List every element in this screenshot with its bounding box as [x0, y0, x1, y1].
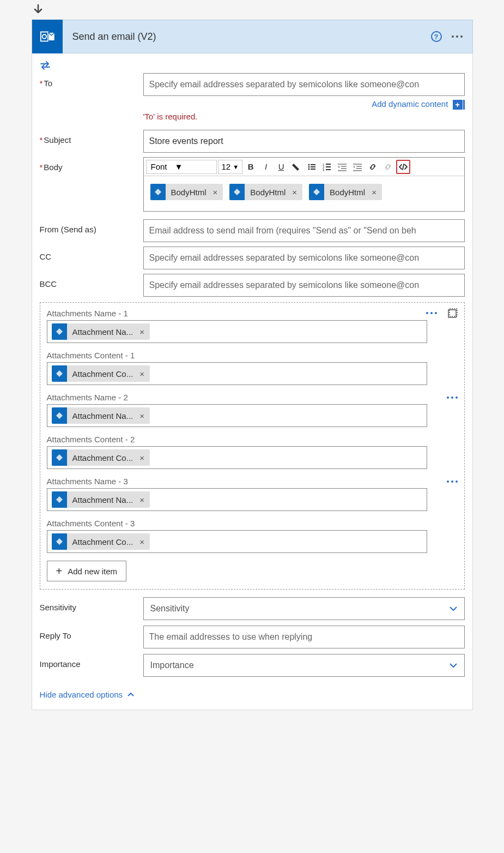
- attachment-pill[interactable]: Attachment Na... ×: [52, 407, 150, 424]
- svg-rect-20: [353, 164, 362, 165]
- cc-label: CC: [40, 247, 143, 261]
- italic-icon[interactable]: I: [259, 160, 273, 174]
- indent-icon[interactable]: [350, 160, 365, 174]
- font-selector[interactable]: Font▼: [146, 160, 217, 174]
- svg-rect-17: [341, 166, 347, 167]
- svg-point-8: [308, 168, 310, 170]
- attachment-item-menu-icon[interactable]: [426, 312, 437, 314]
- attachment-item-menu-icon[interactable]: [447, 480, 458, 483]
- svg-rect-5: [311, 164, 315, 165]
- add-new-item-button[interactable]: + Add new item: [47, 561, 127, 581]
- font-size-selector[interactable]: 12▼: [218, 160, 243, 174]
- attachment-name-input[interactable]: Attachment Na... ×: [47, 404, 427, 427]
- remove-pill-icon[interactable]: ×: [137, 495, 150, 504]
- svg-point-6: [308, 166, 310, 167]
- attachment-content-label: Attachments Content - 2: [47, 435, 458, 444]
- from-label: From (Send as): [40, 219, 143, 234]
- body-label: *Body: [40, 157, 143, 172]
- svg-rect-9: [311, 169, 315, 170]
- from-input[interactable]: [143, 219, 465, 242]
- attachment-name-label: Attachments Name - 1: [47, 309, 128, 318]
- remove-pill-icon[interactable]: ×: [290, 188, 302, 197]
- attachment-content-label: Attachments Content - 1: [47, 351, 458, 360]
- flow-arrow-down-icon: [32, 0, 473, 20]
- importance-label: Importance: [40, 654, 143, 669]
- unlink-icon: [381, 160, 395, 174]
- bcc-label: BCC: [40, 274, 143, 289]
- attachments-section: Attachments Name - 1 Attachment Na... × …: [40, 302, 465, 590]
- outlook-icon: [32, 20, 63, 53]
- action-header[interactable]: Send an email (V2) ?: [32, 20, 473, 53]
- attachment-pill[interactable]: Attachment Na... ×: [52, 491, 150, 508]
- svg-rect-13: [326, 166, 331, 167]
- dynamic-pill-icon: [52, 323, 67, 340]
- remove-pill-icon[interactable]: ×: [369, 188, 382, 197]
- svg-text:3: 3: [323, 169, 325, 171]
- remove-pill-icon[interactable]: ×: [137, 453, 150, 462]
- bullet-list-icon[interactable]: [305, 160, 319, 174]
- svg-rect-11: [326, 164, 331, 165]
- body-pill[interactable]: BodyHtml ×: [150, 184, 223, 200]
- svg-rect-18: [341, 168, 347, 169]
- numbered-list-icon[interactable]: 123: [320, 160, 334, 174]
- subject-label: *Subject: [40, 130, 143, 145]
- chevron-up-icon: [127, 692, 135, 697]
- cc-input[interactable]: [143, 247, 465, 269]
- attachment-content-input[interactable]: Attachment Co... ×: [47, 446, 427, 469]
- attachment-name-label: Attachments Name - 3: [47, 477, 128, 486]
- bcc-input[interactable]: [143, 274, 465, 297]
- svg-rect-23: [353, 170, 362, 171]
- svg-rect-19: [338, 170, 347, 171]
- remove-pill-icon[interactable]: ×: [137, 411, 150, 421]
- importance-select[interactable]: Importance: [143, 654, 465, 677]
- code-view-icon[interactable]: [396, 160, 410, 174]
- replyto-input[interactable]: [143, 626, 465, 648]
- more-menu-icon[interactable]: [452, 35, 463, 38]
- attachment-pill[interactable]: Attachment Co... ×: [52, 533, 150, 550]
- svg-rect-21: [356, 166, 362, 167]
- body-pill[interactable]: BodyHtml ×: [309, 184, 382, 200]
- dynamic-pill-icon: [52, 407, 67, 424]
- body-pill[interactable]: BodyHtml ×: [229, 184, 302, 200]
- remove-pill-icon[interactable]: ×: [137, 369, 150, 379]
- chevron-down-icon: [449, 663, 458, 668]
- to-input[interactable]: [143, 73, 465, 96]
- action-title: Send an email (V2): [63, 31, 431, 43]
- chevron-down-icon: [449, 606, 458, 611]
- attachment-name-input[interactable]: Attachment Na... ×: [47, 488, 427, 511]
- underline-icon[interactable]: U: [274, 160, 288, 174]
- attachment-pill[interactable]: Attachment Na... ×: [52, 323, 150, 340]
- add-dynamic-content-link[interactable]: Add dynamic content: [372, 99, 448, 109]
- sensitivity-select[interactable]: Sensitivity: [143, 597, 465, 620]
- attachment-item-menu-icon[interactable]: [447, 397, 458, 399]
- body-editor[interactable]: Font▼ 12▼ B I U 123: [143, 157, 465, 212]
- remove-pill-icon[interactable]: ×: [137, 537, 150, 546]
- remove-pill-icon[interactable]: ×: [211, 188, 223, 197]
- attachment-name-label: Attachments Name - 2: [47, 393, 128, 402]
- attachment-pill[interactable]: Attachment Co... ×: [52, 365, 150, 382]
- svg-rect-22: [356, 168, 362, 169]
- link-icon[interactable]: [366, 160, 380, 174]
- remove-pill-icon[interactable]: ×: [137, 327, 150, 337]
- dynamic-content-badge-icon[interactable]: +: [453, 100, 463, 110]
- bold-icon[interactable]: B: [244, 160, 258, 174]
- attachment-pill[interactable]: Attachment Co... ×: [52, 449, 150, 466]
- hide-advanced-options-link[interactable]: Hide advanced options: [40, 690, 135, 699]
- attachment-content-input[interactable]: Attachment Co... ×: [47, 362, 427, 385]
- sensitivity-label: Sensitivity: [40, 597, 143, 612]
- help-icon[interactable]: ?: [431, 31, 442, 42]
- outdent-icon[interactable]: [335, 160, 349, 174]
- dynamic-pill-icon: [52, 449, 67, 466]
- font-color-icon[interactable]: [289, 160, 303, 174]
- attachment-content-input[interactable]: Attachment Co... ×: [47, 530, 427, 553]
- attachment-name-input[interactable]: Attachment Na... ×: [47, 320, 427, 343]
- swap-arrows-icon[interactable]: [40, 61, 465, 70]
- to-error: 'To' is required.: [143, 112, 465, 121]
- subject-input[interactable]: [143, 130, 465, 153]
- svg-rect-16: [338, 164, 347, 165]
- switch-array-mode-icon[interactable]: [448, 308, 458, 318]
- svg-rect-7: [311, 166, 315, 167]
- replyto-label: Reply To: [40, 626, 143, 640]
- dynamic-pill-icon: [52, 533, 67, 550]
- dynamic-pill-icon: [229, 184, 245, 200]
